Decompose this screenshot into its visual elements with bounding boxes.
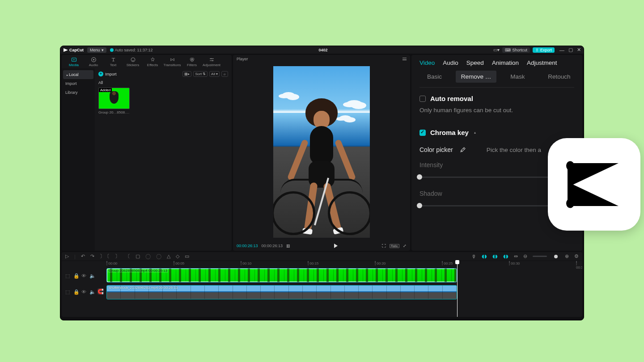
auto-removal-checkbox[interactable] [419, 96, 426, 102]
player-viewport[interactable] [233, 63, 410, 241]
eye-icon[interactable]: 👁 [81, 273, 86, 278]
grid-view-toggle[interactable]: ▦▸ [182, 71, 191, 77]
tab-speed[interactable]: Speed [466, 59, 484, 66]
delete-tool[interactable]: ▢ [136, 253, 140, 259]
tab-adjustment[interactable]: Adjustment [527, 59, 557, 66]
filter-all-dropdown[interactable]: All ▾ [209, 71, 220, 77]
zoom-slider[interactable] [533, 256, 547, 257]
zoom-knob[interactable] [554, 255, 558, 258]
tab-text[interactable]: Text [104, 56, 123, 68]
track-controls-2: ⬚ 🔒 👁 🔈 🧲 [62, 283, 106, 299]
close-button[interactable]: ✕ [577, 48, 581, 52]
subtab-mask[interactable]: Mask [497, 71, 538, 83]
sidebar-item-local[interactable]: ▸Local [63, 70, 93, 79]
maximize-button[interactable]: ▢ [568, 48, 572, 52]
playhead[interactable] [457, 261, 458, 317]
ruler-tick: | 00:15 [308, 261, 318, 265]
tab-filters[interactable]: Filters [182, 56, 201, 68]
magnet-icon[interactable]: 🧲 [97, 288, 104, 295]
lock-track-icon[interactable]: 🔒 [73, 273, 78, 278]
toggle-3[interactable]: ◖◗ [503, 253, 508, 259]
lock-icon[interactable]: ⬚ [65, 273, 70, 278]
clip-thumbnail[interactable]: Added [98, 88, 130, 109]
zoom-in[interactable]: ⊕ [565, 253, 569, 259]
sort-dropdown[interactable]: Sort ⇅ [193, 71, 208, 77]
intensity-knob[interactable] [417, 174, 422, 180]
shortcut-button[interactable]: ⌨Shortcut [502, 47, 530, 53]
autosave-dot-icon [110, 48, 114, 52]
ruler-tick: | 00:05 [174, 261, 184, 265]
mute-icon[interactable]: 🔈 [89, 289, 94, 294]
ruler-tick: | 00:30 [509, 261, 520, 265]
shadow-knob[interactable] [417, 203, 422, 208]
app-window: CapCut Menu▾ Auto saved: 11:37:12 0402 ▭… [60, 46, 584, 320]
timeline-settings[interactable]: ⚙ [574, 253, 579, 259]
timeline-clip-2[interactable]: shutterstock_2132696283.mp4 00:00:26:13 [106, 285, 457, 299]
tab-effects[interactable]: Effects [143, 56, 162, 68]
split-tool[interactable]: 〕〔 [100, 253, 110, 260]
scale-icon[interactable]: ⛶ [382, 244, 386, 248]
layout-icon[interactable]: ▭▾ [493, 47, 500, 52]
tab-adjustment[interactable]: Adjustment [202, 56, 221, 68]
import-button[interactable]: Import [98, 72, 117, 76]
fullscreen-icon[interactable]: ⤢ [403, 244, 407, 248]
mic-icon[interactable]: 🎙 [471, 254, 476, 259]
subtab-basic[interactable]: Basic [414, 71, 455, 83]
timeline-gutter: ⬚ 🔒 👁 🔈 ⬚ 🔒 👁 🔈 🧲 [62, 261, 106, 317]
svg-point-7 [210, 58, 211, 59]
player-menu-icon[interactable] [402, 58, 407, 60]
mute-icon[interactable]: 🔈 [89, 273, 94, 278]
trim-right-tool[interactable]: 〔 [125, 253, 130, 260]
select-tool[interactable]: ▷ [65, 253, 69, 259]
tab-media[interactable]: Media [64, 56, 83, 68]
tab-transitions[interactable]: Transitions [163, 56, 182, 68]
toggle-1[interactable]: ◖◗ [482, 253, 487, 259]
sidebar-item-import[interactable]: Import [62, 79, 95, 88]
mirror-tool[interactable]: △ [167, 253, 170, 259]
ratio-button[interactable]: Ratio [390, 244, 399, 248]
track-controls-1: ⬚ 🔒 👁 🔈 [62, 267, 106, 283]
shadow-slider[interactable] [419, 205, 551, 206]
inspector-subtabs: Basic Remove … Mask Retouch [411, 71, 582, 83]
compare-icon[interactable]: ▥ [286, 244, 290, 248]
tab-animation[interactable]: Animation [492, 59, 519, 66]
toggle-2[interactable]: ◖◗ [492, 253, 498, 259]
lock-track-icon[interactable]: 🔒 [73, 289, 78, 294]
redo-button[interactable]: ↷ [90, 253, 94, 259]
tab-audio[interactable]: Audio [84, 56, 103, 68]
zoom-out[interactable]: ⊖ [523, 253, 527, 259]
subtab-retouch[interactable]: Retouch [539, 71, 580, 83]
ruler-tick: | 00:20 [375, 261, 386, 265]
tab-audio-insp[interactable]: Audio [443, 59, 458, 66]
play-button[interactable] [334, 244, 338, 248]
export-button[interactable]: ⇪Export [533, 47, 555, 53]
svg-rect-9 [566, 161, 574, 170]
minimize-button[interactable]: — [560, 48, 564, 52]
search-button[interactable]: ⌕ [221, 71, 228, 77]
lock-icon[interactable]: ⬚ [65, 289, 70, 294]
rotate-tool[interactable]: ◇ [176, 253, 179, 259]
media-clip[interactable]: Added Group 20…8508.mp4 [98, 88, 130, 114]
eye-icon[interactable]: 👁 [81, 289, 86, 294]
tab-stickers[interactable]: Stickers [123, 56, 142, 68]
intensity-slider[interactable] [419, 177, 551, 178]
tab-video[interactable]: Video [419, 59, 435, 66]
timeline-main[interactable]: | 00:00| 00:05| 00:10| 00:15| 00:20| 00:… [106, 261, 582, 317]
clip-added-badge: Added [99, 88, 112, 92]
timeline-clip-1[interactable]: Group 2082898508.mp4 00:00:26:13 [106, 268, 457, 282]
keyboard-icon: ⌨ [505, 48, 511, 52]
eyedropper-icon[interactable] [459, 147, 466, 153]
inspector-tabs: Video Audio Speed Animation Adjustment [411, 55, 582, 71]
trim-left-tool[interactable]: 〕 [115, 253, 120, 260]
timeline-ruler[interactable]: | 00:00| 00:05| 00:10| 00:15| 00:20| 00:… [106, 261, 582, 267]
ruler-tick: | 00:25 [442, 261, 453, 265]
sidebar-item-library[interactable]: Library [62, 88, 95, 97]
collapse-icon[interactable]: ▴ [474, 130, 476, 135]
menu-button[interactable]: Menu▾ [87, 47, 106, 53]
chroma-checkbox[interactable] [419, 130, 426, 136]
expand-tool[interactable]: ⇔ [514, 253, 518, 259]
chroma-row: Chroma key ▴ [419, 129, 574, 136]
crop-tool[interactable]: ▭ [185, 253, 189, 259]
undo-button[interactable]: ↶ [81, 253, 85, 259]
subtab-remove[interactable]: Remove … [456, 71, 496, 83]
